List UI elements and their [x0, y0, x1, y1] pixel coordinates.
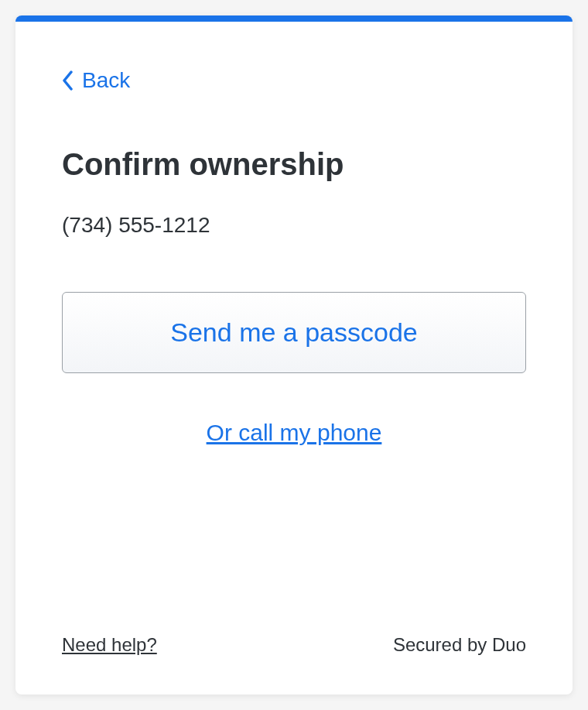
page-title: Confirm ownership — [62, 147, 526, 182]
phone-number: (734) 555-1212 — [62, 213, 526, 238]
top-accent-bar — [15, 15, 573, 22]
auth-card: Back Confirm ownership (734) 555-1212 Se… — [15, 15, 573, 695]
back-label: Back — [82, 68, 130, 93]
back-button[interactable]: Back — [62, 68, 130, 93]
footer: Need help? Secured by Duo — [62, 634, 526, 664]
chevron-left-icon — [62, 70, 74, 91]
card-content: Back Confirm ownership (734) 555-1212 Se… — [15, 22, 573, 695]
secured-by-text: Secured by Duo — [393, 634, 526, 656]
help-link[interactable]: Need help? — [62, 634, 157, 656]
call-phone-link[interactable]: Or call my phone — [207, 420, 382, 446]
send-passcode-button[interactable]: Send me a passcode — [62, 292, 526, 373]
